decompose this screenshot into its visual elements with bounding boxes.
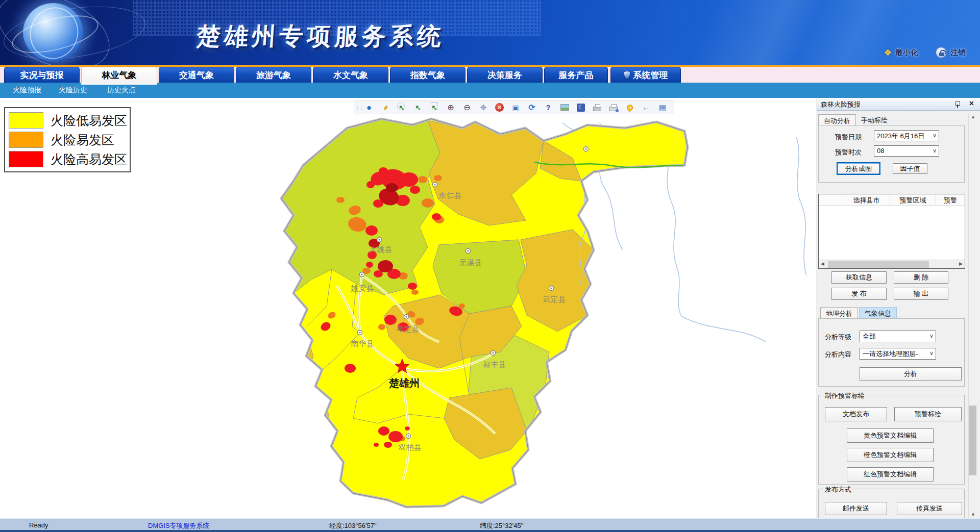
main-nav: 实况与预报 林业气象 交通气象 旅游气象 水文气象 指数气象 决策服务 服务产品… bbox=[0, 67, 980, 83]
tab-decision-service[interactable]: 决策服务 bbox=[467, 67, 543, 83]
orange-warning-doc-button[interactable]: 橙色预警文档编辑 bbox=[847, 448, 934, 462]
tab-weather-info[interactable]: 气象信息 bbox=[859, 307, 897, 319]
tab-auto-analysis[interactable]: 自动分析 bbox=[818, 114, 856, 126]
warning-table[interactable]: 选择县市 预警区域 预警 ◀ ▶ bbox=[818, 194, 965, 269]
zoom-window-icon[interactable]: ▣ bbox=[509, 102, 522, 113]
warn-time-combobox[interactable]: 08∨ bbox=[874, 145, 939, 157]
select-by-polygon-icon[interactable]: ↖ bbox=[428, 102, 440, 113]
export-image-icon[interactable] bbox=[558, 102, 571, 113]
status-system-link[interactable]: DMGIS专项服务系统 bbox=[148, 521, 210, 530]
tab-tourism-weather[interactable]: 旅游气象 bbox=[236, 67, 311, 83]
scroll-up-icon[interactable]: ▲ bbox=[971, 114, 975, 119]
plotting-group-title: 制作预警标绘 bbox=[823, 391, 867, 400]
print-icon[interactable] bbox=[591, 102, 603, 113]
vscroll-thumb[interactable] bbox=[969, 406, 976, 475]
county-label: 双柏县 bbox=[398, 443, 422, 451]
print-setup-icon[interactable] bbox=[607, 102, 620, 113]
yellow-warning-doc-button[interactable]: 黄色预警文档编辑 bbox=[847, 428, 934, 443]
factor-value-button[interactable]: 因子值 bbox=[893, 163, 927, 174]
warn-date-label: 预警日期 bbox=[835, 133, 862, 142]
column-header-county[interactable]: 选择县市 bbox=[843, 194, 890, 206]
email-send-button[interactable]: 邮件发送 bbox=[825, 502, 887, 515]
tab-live-forecast[interactable]: 实况与预报 bbox=[4, 67, 80, 83]
column-header-warning[interactable]: 预警 bbox=[936, 194, 965, 206]
tab-service-products[interactable]: 服务产品 bbox=[544, 67, 608, 83]
subnav-historic-firepoints[interactable]: 历史火点 bbox=[107, 86, 136, 95]
county-label: 元谋县 bbox=[459, 258, 482, 267]
map-canvas[interactable]: 永仁县 元谋县 大姚县 姚安县 武定县 南华县 牟定县 禄丰县 双柏县 楚雄州 … bbox=[0, 98, 817, 518]
scroll-right-icon[interactable]: ▶ bbox=[959, 261, 963, 266]
doc-publish-button[interactable]: 文档发布 bbox=[825, 407, 887, 421]
legend-row: 火险易发区 bbox=[9, 130, 130, 149]
globe-logo-icon bbox=[23, 3, 83, 61]
minimize-button[interactable]: ❖ 最小化 bbox=[884, 47, 918, 58]
application-window: 楚雄州专项服务系统 ❖ 最小化 注销 实况与预报 林业气象 交通气象 旅游气象 … bbox=[0, 0, 980, 532]
identify-query-icon[interactable]: ? bbox=[542, 102, 554, 113]
risk-legend: 火险低易发区 火险易发区 火险高易发区 bbox=[4, 107, 131, 172]
poi-marker-icon[interactable] bbox=[624, 102, 636, 113]
legend-swatch-mid bbox=[9, 132, 43, 148]
county-label: 牟定县 bbox=[397, 324, 420, 333]
status-bar: Ready DMGIS专项服务系统 经度:103°56'57" 纬度:25°32… bbox=[0, 518, 980, 532]
logout-button[interactable]: 注销 bbox=[936, 47, 966, 58]
app-title: 楚雄州专项服务系统 bbox=[195, 20, 446, 53]
analyze-map-button[interactable]: 分析成图 bbox=[837, 162, 880, 175]
delete-button[interactable]: 删 除 bbox=[894, 271, 948, 284]
column-header[interactable] bbox=[819, 194, 843, 206]
legend-swatch-high bbox=[9, 151, 43, 167]
select-by-circle-icon[interactable]: ↖ bbox=[396, 102, 408, 113]
shield-icon bbox=[624, 71, 630, 79]
analysis-level-combobox[interactable]: 全部∨ bbox=[860, 331, 936, 342]
table-hscrollbar[interactable]: ◀ ▶ bbox=[819, 260, 965, 268]
scroll-down-icon[interactable]: ▼ bbox=[971, 512, 975, 517]
active-tab-notch bbox=[81, 83, 157, 85]
fax-send-button[interactable]: 传真发送 bbox=[897, 502, 962, 515]
tab-index-weather[interactable]: 指数气象 bbox=[390, 67, 465, 83]
subnav-fire-forecast[interactable]: 火险预报 bbox=[13, 86, 41, 95]
dock-pin-icon[interactable] bbox=[955, 101, 960, 108]
tab-manual-plot[interactable]: 手动标绘 bbox=[856, 114, 893, 126]
cancel-operation-icon[interactable]: × bbox=[495, 103, 504, 112]
toolbar-grip[interactable]: ⋮⋮ bbox=[355, 105, 359, 110]
zoom-in-icon[interactable]: ⊕ bbox=[445, 102, 457, 113]
county-label: 南华县 bbox=[351, 339, 374, 348]
full-extent-globe-icon[interactable]: ● bbox=[363, 102, 375, 113]
analyze-button[interactable]: 分析 bbox=[860, 367, 962, 381]
red-warning-doc-button[interactable]: 红色预警文档编辑 bbox=[847, 467, 934, 482]
measure-ruler-icon[interactable]: ▰ bbox=[379, 102, 391, 113]
hscroll-thumb[interactable] bbox=[828, 261, 929, 268]
select-arrow-icon[interactable]: ↖ bbox=[412, 102, 424, 113]
night-view-icon[interactable]: ☾ bbox=[577, 104, 585, 112]
tab-traffic-weather[interactable]: 交通气象 bbox=[159, 67, 234, 83]
county-label: 姚安县 bbox=[351, 284, 374, 292]
analysis-content-combobox[interactable]: 一请选择地理图层- ∨ bbox=[860, 348, 936, 360]
forest-fire-panel: 森林火险预报 × 自动分析 手动标绘 预警日期 2023年 6月16日∨ 预警时… bbox=[817, 98, 980, 518]
subnav-fire-history[interactable]: 火险历史 bbox=[59, 86, 87, 95]
legend-row: 火险低易发区 bbox=[9, 111, 130, 130]
warning-plot-button[interactable]: 预警标绘 bbox=[894, 407, 962, 421]
table-header: 选择县市 预警区域 预警 bbox=[819, 194, 965, 206]
publish-button[interactable]: 发 布 bbox=[831, 288, 887, 300]
warn-time-label: 预警时次 bbox=[835, 148, 862, 157]
scroll-left-icon[interactable]: ◀ bbox=[821, 261, 824, 266]
analysis-content-label: 分析内容 bbox=[825, 350, 851, 359]
panel-vscrollbar[interactable]: ▲ ▼ bbox=[968, 113, 977, 518]
tab-hydrology-weather[interactable]: 水文气象 bbox=[313, 67, 388, 83]
overview-map-icon[interactable]: ▦ bbox=[656, 102, 669, 113]
output-button[interactable]: 输 出 bbox=[894, 288, 948, 300]
column-header-region[interactable]: 预警区域 bbox=[890, 194, 936, 206]
minimize-icon: ❖ bbox=[884, 47, 892, 58]
get-info-button[interactable]: 获取信息 bbox=[831, 271, 887, 284]
county-label: 永仁县 bbox=[439, 191, 462, 199]
tab-forestry-weather[interactable]: 林业气象 bbox=[81, 67, 157, 83]
refresh-map-icon[interactable]: ⟳ bbox=[526, 102, 538, 113]
zoom-out-icon[interactable]: ⊖ bbox=[461, 102, 473, 113]
county-label: 武定县 bbox=[543, 295, 566, 303]
previous-view-icon[interactable]: ← bbox=[640, 102, 652, 113]
panel-close-icon[interactable]: × bbox=[969, 99, 974, 108]
pan-hand-icon[interactable]: ✥ bbox=[477, 102, 489, 113]
legend-row: 火险高易发区 bbox=[9, 149, 130, 169]
warn-date-combobox[interactable]: 2023年 6月16日∨ bbox=[874, 130, 939, 141]
tab-geo-analysis[interactable]: 地理分析 bbox=[820, 307, 858, 319]
tab-system-management[interactable]: 系统管理 bbox=[610, 67, 681, 83]
